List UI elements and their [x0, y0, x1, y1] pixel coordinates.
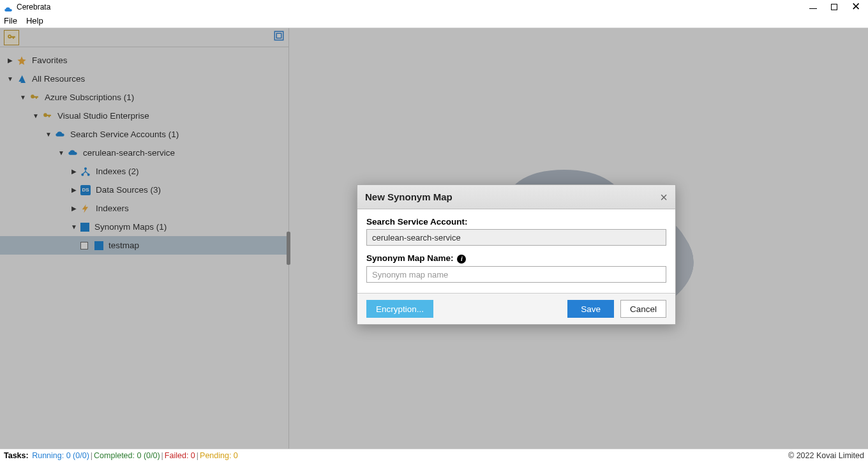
status-completed: Completed: 0 (0/0): [94, 451, 160, 460]
dialog-title: New Synonym Map: [365, 191, 453, 202]
info-icon[interactable]: i: [457, 255, 466, 264]
save-button[interactable]: Save: [567, 300, 614, 318]
synonym-map-name-input[interactable]: [366, 266, 666, 283]
dialog-close-button[interactable]: ×: [660, 191, 668, 204]
menu-file[interactable]: File: [4, 16, 17, 26]
cancel-button[interactable]: Cancel: [620, 300, 666, 318]
status-failed: Failed: 0: [165, 451, 195, 460]
dialog-footer: Encryption... Save Cancel: [357, 293, 675, 324]
status-tasks-label: Tasks:: [4, 451, 29, 460]
copyright: © 2022 Kovai Limited: [788, 451, 864, 460]
status-bar: Tasks: Running: 0 (0/0) | Completed: 0 (…: [0, 449, 868, 462]
window-maximize-button[interactable]: [831, 4, 837, 10]
name-label: Synonym Map Name: i: [366, 253, 666, 264]
menu-help[interactable]: Help: [26, 16, 43, 26]
window-titlebar: Cerebrata ✕: [0, 0, 868, 14]
new-synonym-map-dialog: New Synonym Map × Search Service Account…: [357, 184, 676, 325]
window-minimize-button[interactable]: [809, 8, 817, 9]
menu-bar: File Help: [0, 14, 868, 28]
app-logo-icon: [4, 4, 13, 10]
window-close-button[interactable]: ✕: [851, 4, 860, 10]
app-title: Cerebrata: [17, 3, 50, 11]
account-field: [366, 229, 666, 246]
status-pending: Pending: 0: [200, 451, 238, 460]
account-label: Search Service Account:: [366, 217, 666, 227]
dialog-header: New Synonym Map ×: [357, 185, 675, 209]
status-running: Running: 0 (0/0): [32, 451, 89, 460]
encryption-button[interactable]: Encryption...: [366, 300, 433, 318]
